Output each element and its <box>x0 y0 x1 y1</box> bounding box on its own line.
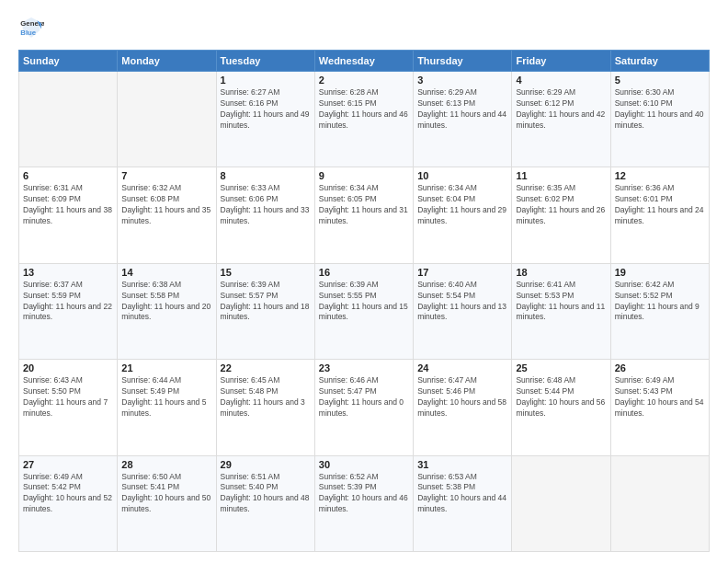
day-info: Sunrise: 6:31 AMSunset: 6:09 PMDaylight:… <box>23 183 113 227</box>
calendar-cell: 5Sunrise: 6:30 AMSunset: 6:10 PMDaylight… <box>610 72 709 167</box>
day-info: Sunrise: 6:36 AMSunset: 6:01 PMDaylight:… <box>615 183 705 227</box>
day-info: Sunrise: 6:52 AMSunset: 5:39 PMDaylight:… <box>319 472 409 516</box>
day-number: 4 <box>516 75 606 86</box>
calendar-cell: 16Sunrise: 6:39 AMSunset: 5:55 PMDayligh… <box>314 263 413 359</box>
calendar-week-row: 27Sunrise: 6:49 AMSunset: 5:42 PMDayligh… <box>19 455 710 551</box>
day-number: 16 <box>319 267 409 278</box>
calendar-cell: 8Sunrise: 6:33 AMSunset: 6:06 PMDaylight… <box>216 167 314 263</box>
day-number: 1 <box>221 75 311 86</box>
calendar-cell: 13Sunrise: 6:37 AMSunset: 5:59 PMDayligh… <box>19 263 118 359</box>
day-number: 15 <box>221 267 311 278</box>
logo: General Blue <box>18 15 48 40</box>
day-number: 11 <box>516 170 606 181</box>
day-number: 30 <box>319 459 409 470</box>
day-info: Sunrise: 6:45 AMSunset: 5:48 PMDaylight:… <box>221 375 311 419</box>
day-number: 19 <box>615 267 705 278</box>
day-info: Sunrise: 6:53 AMSunset: 5:38 PMDaylight:… <box>417 472 507 516</box>
weekday-header: Sunday <box>19 51 118 72</box>
day-info: Sunrise: 6:49 AMSunset: 5:42 PMDaylight:… <box>23 472 113 516</box>
day-info: Sunrise: 6:32 AMSunset: 6:08 PMDaylight:… <box>121 183 211 227</box>
calendar-cell: 27Sunrise: 6:49 AMSunset: 5:42 PMDayligh… <box>19 455 118 551</box>
calendar-cell: 21Sunrise: 6:44 AMSunset: 5:49 PMDayligh… <box>118 360 216 455</box>
day-number: 14 <box>121 267 211 278</box>
day-number: 27 <box>23 459 113 470</box>
svg-text:Blue: Blue <box>20 29 37 37</box>
day-number: 28 <box>121 459 211 470</box>
calendar-cell: 6Sunrise: 6:31 AMSunset: 6:09 PMDaylight… <box>19 167 118 263</box>
day-number: 6 <box>23 170 113 181</box>
calendar-cell: 4Sunrise: 6:29 AMSunset: 6:12 PMDaylight… <box>512 72 610 167</box>
calendar-cell: 1Sunrise: 6:27 AMSunset: 6:16 PMDaylight… <box>216 72 314 167</box>
day-info: Sunrise: 6:39 AMSunset: 5:57 PMDaylight:… <box>221 280 311 324</box>
weekday-header: Tuesday <box>216 51 314 72</box>
weekday-header: Friday <box>512 51 610 72</box>
day-info: Sunrise: 6:35 AMSunset: 6:02 PMDaylight:… <box>516 183 606 227</box>
day-info: Sunrise: 6:29 AMSunset: 6:13 PMDaylight:… <box>417 87 507 132</box>
calendar-cell: 22Sunrise: 6:45 AMSunset: 5:48 PMDayligh… <box>216 360 314 455</box>
calendar-cell: 25Sunrise: 6:48 AMSunset: 5:44 PMDayligh… <box>512 360 610 455</box>
calendar-cell: 2Sunrise: 6:28 AMSunset: 6:15 PMDaylight… <box>314 72 413 167</box>
calendar-cell: 29Sunrise: 6:51 AMSunset: 5:40 PMDayligh… <box>216 455 314 551</box>
calendar-cell: 17Sunrise: 6:40 AMSunset: 5:54 PMDayligh… <box>414 263 512 359</box>
day-info: Sunrise: 6:43 AMSunset: 5:50 PMDaylight:… <box>23 375 113 419</box>
day-info: Sunrise: 6:29 AMSunset: 6:12 PMDaylight:… <box>516 87 606 132</box>
day-number: 24 <box>417 362 507 373</box>
day-number: 9 <box>319 170 409 181</box>
calendar-cell: 15Sunrise: 6:39 AMSunset: 5:57 PMDayligh… <box>216 263 314 359</box>
day-info: Sunrise: 6:30 AMSunset: 6:10 PMDaylight:… <box>615 87 705 132</box>
calendar-cell: 18Sunrise: 6:41 AMSunset: 5:53 PMDayligh… <box>512 263 610 359</box>
day-info: Sunrise: 6:42 AMSunset: 5:52 PMDaylight:… <box>615 280 705 324</box>
day-info: Sunrise: 6:49 AMSunset: 5:43 PMDaylight:… <box>615 375 705 419</box>
day-number: 25 <box>516 362 606 373</box>
day-info: Sunrise: 6:41 AMSunset: 5:53 PMDaylight:… <box>516 280 606 324</box>
day-number: 2 <box>319 75 409 86</box>
day-info: Sunrise: 6:50 AMSunset: 5:41 PMDaylight:… <box>121 472 211 516</box>
day-number: 17 <box>417 267 507 278</box>
day-info: Sunrise: 6:34 AMSunset: 6:04 PMDaylight:… <box>417 183 507 227</box>
day-number: 7 <box>121 170 211 181</box>
day-info: Sunrise: 6:48 AMSunset: 5:44 PMDaylight:… <box>516 375 606 419</box>
calendar-cell: 20Sunrise: 6:43 AMSunset: 5:50 PMDayligh… <box>19 360 118 455</box>
calendar-cell: 28Sunrise: 6:50 AMSunset: 5:41 PMDayligh… <box>118 455 216 551</box>
day-info: Sunrise: 6:40 AMSunset: 5:54 PMDaylight:… <box>417 280 507 324</box>
weekday-header: Thursday <box>414 51 512 72</box>
logo-icon: General Blue <box>18 15 44 40</box>
day-number: 18 <box>516 267 606 278</box>
calendar-cell <box>118 72 216 167</box>
day-info: Sunrise: 6:38 AMSunset: 5:58 PMDaylight:… <box>121 280 211 324</box>
calendar-week-row: 13Sunrise: 6:37 AMSunset: 5:59 PMDayligh… <box>19 263 710 359</box>
day-number: 12 <box>615 170 705 181</box>
calendar-cell <box>19 72 118 167</box>
day-number: 29 <box>221 459 311 470</box>
calendar-week-row: 6Sunrise: 6:31 AMSunset: 6:09 PMDaylight… <box>19 167 710 263</box>
calendar-week-row: 1Sunrise: 6:27 AMSunset: 6:16 PMDaylight… <box>19 72 710 167</box>
day-number: 20 <box>23 362 113 373</box>
weekday-header: Monday <box>118 51 216 72</box>
calendar-cell <box>512 455 610 551</box>
calendar-cell: 23Sunrise: 6:46 AMSunset: 5:47 PMDayligh… <box>314 360 413 455</box>
day-info: Sunrise: 6:39 AMSunset: 5:55 PMDaylight:… <box>319 280 409 324</box>
day-info: Sunrise: 6:33 AMSunset: 6:06 PMDaylight:… <box>221 183 311 227</box>
day-info: Sunrise: 6:47 AMSunset: 5:46 PMDaylight:… <box>417 375 507 419</box>
weekday-header: Saturday <box>610 51 709 72</box>
page-header: General Blue <box>18 15 710 40</box>
calendar-cell: 7Sunrise: 6:32 AMSunset: 6:08 PMDaylight… <box>118 167 216 263</box>
calendar-cell: 3Sunrise: 6:29 AMSunset: 6:13 PMDaylight… <box>414 72 512 167</box>
day-info: Sunrise: 6:27 AMSunset: 6:16 PMDaylight:… <box>221 87 311 132</box>
day-info: Sunrise: 6:34 AMSunset: 6:05 PMDaylight:… <box>319 183 409 227</box>
day-number: 13 <box>23 267 113 278</box>
calendar-table: SundayMondayTuesdayWednesdayThursdayFrid… <box>18 50 710 552</box>
day-info: Sunrise: 6:46 AMSunset: 5:47 PMDaylight:… <box>319 375 409 419</box>
calendar-cell: 11Sunrise: 6:35 AMSunset: 6:02 PMDayligh… <box>512 167 610 263</box>
calendar-cell <box>610 455 709 551</box>
calendar-cell: 24Sunrise: 6:47 AMSunset: 5:46 PMDayligh… <box>414 360 512 455</box>
day-number: 10 <box>417 170 507 181</box>
day-number: 21 <box>121 362 211 373</box>
day-info: Sunrise: 6:37 AMSunset: 5:59 PMDaylight:… <box>23 280 113 324</box>
day-number: 22 <box>221 362 311 373</box>
day-number: 8 <box>221 170 311 181</box>
calendar-cell: 10Sunrise: 6:34 AMSunset: 6:04 PMDayligh… <box>414 167 512 263</box>
calendar-cell: 14Sunrise: 6:38 AMSunset: 5:58 PMDayligh… <box>118 263 216 359</box>
calendar-cell: 9Sunrise: 6:34 AMSunset: 6:05 PMDaylight… <box>314 167 413 263</box>
calendar-cell: 30Sunrise: 6:52 AMSunset: 5:39 PMDayligh… <box>314 455 413 551</box>
